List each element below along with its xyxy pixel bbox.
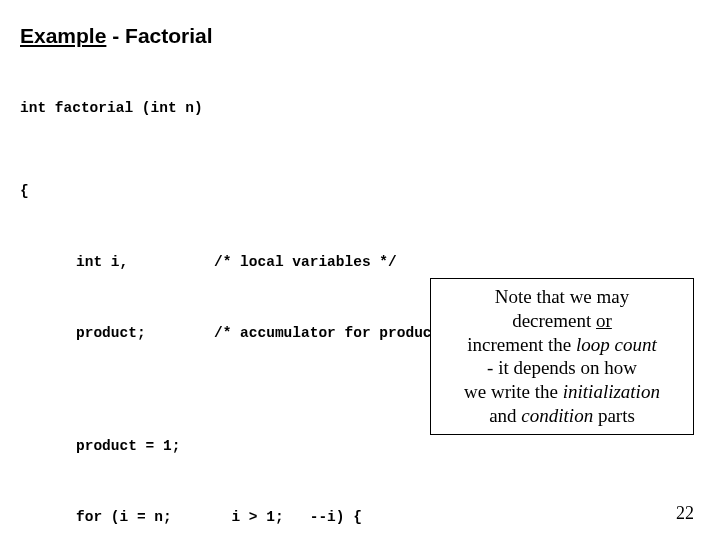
note-line4: - it depends on how <box>487 357 637 378</box>
note-line5-italic: initialization <box>563 381 660 402</box>
code-for-part2: i > 1; --i) { <box>214 509 362 525</box>
code-stmt1: product = 1; <box>20 436 180 456</box>
note-line2-underlined: or <box>596 310 612 331</box>
note-box: Note that we may decrement or increment … <box>430 278 694 435</box>
code-decl2-left: product; <box>76 323 214 343</box>
note-line5a: we write the <box>464 381 563 402</box>
title-underlined: Example <box>20 24 106 47</box>
page-number: 22 <box>676 503 694 524</box>
title-rest: - Factorial <box>106 24 212 47</box>
note-line1: Note that we may <box>495 286 630 307</box>
code-signature: int factorial (int n) <box>20 98 700 118</box>
note-line6b: parts <box>593 405 635 426</box>
code-decl1-left: int i, <box>76 252 214 272</box>
note-line6-italic: condition <box>521 405 593 426</box>
slide: Example - Factorial int factorial (int n… <box>0 0 720 540</box>
note-line2a: decrement <box>512 310 596 331</box>
note-line6a: and <box>489 405 521 426</box>
code-for-part1: for (i = n; <box>76 507 214 527</box>
code-brace-open: { <box>20 181 700 201</box>
note-line3-italic: loop count <box>576 334 657 355</box>
note-line3a: increment the <box>467 334 576 355</box>
page-title: Example - Factorial <box>20 24 700 48</box>
code-decl1-right: /* local variables */ <box>214 254 397 270</box>
